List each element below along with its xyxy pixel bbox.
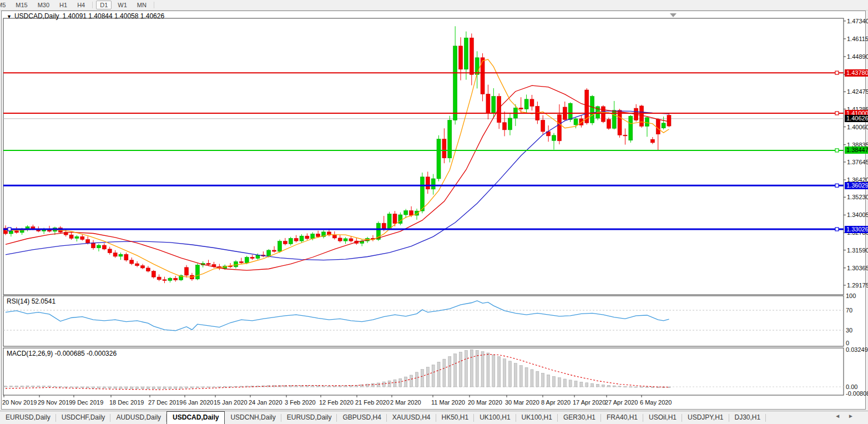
tab-scroll-arrows[interactable]: ◄► [835, 413, 861, 419]
candle [332, 235, 336, 238]
candle [119, 254, 123, 256]
candle [437, 139, 441, 179]
macd-histogram-bar [640, 387, 643, 387]
macd-histogram-bar [158, 387, 160, 389]
candle [97, 245, 100, 248]
macd-histogram-bar [92, 387, 95, 388]
macd-histogram-bar [136, 387, 139, 389]
candle [294, 238, 298, 241]
candle [524, 99, 528, 109]
candle [311, 234, 315, 239]
macd-histogram-bar [547, 375, 550, 387]
candle [486, 94, 490, 113]
macd-histogram-bar [224, 387, 226, 387]
macd-histogram-bar [465, 350, 467, 387]
macd-histogram-bar [426, 367, 429, 387]
macd-histogram-bar [218, 387, 221, 387]
macd-histogram-bar [21, 386, 23, 387]
macd-histogram-bar [410, 375, 413, 387]
macd-histogram-bar [514, 364, 517, 387]
macd-histogram-bar [26, 386, 29, 387]
macd-histogram-bar [519, 366, 522, 387]
macd-histogram-bar [196, 387, 199, 387]
candle [645, 118, 649, 127]
candle [113, 253, 117, 256]
macd-histogram-bar [53, 386, 56, 387]
macd-histogram-bar [119, 387, 122, 388]
candle [426, 177, 430, 189]
candle [108, 249, 112, 253]
candle [574, 119, 578, 125]
macd-histogram-bar [213, 387, 215, 387]
macd-histogram-bar [163, 387, 166, 389]
candle [410, 211, 413, 215]
candle [289, 238, 292, 244]
line-anchor-handle [835, 184, 839, 187]
candle [234, 261, 238, 266]
candle [591, 97, 594, 123]
candle [338, 238, 342, 241]
candle [448, 120, 452, 158]
macd-histogram-bar [574, 381, 577, 387]
tab-scroll-left-icon[interactable]: ◄ [835, 413, 848, 419]
macd-histogram-bar [399, 378, 402, 387]
candle [14, 231, 18, 233]
macd-histogram-bar [454, 354, 457, 387]
macd-histogram-bar [536, 371, 539, 387]
candle [453, 46, 457, 120]
macd-histogram-bar [448, 356, 451, 387]
macd-histogram-bar [366, 384, 369, 387]
macd-histogram-bar [432, 365, 435, 387]
macd-histogram-bar [125, 387, 128, 388]
macd-histogram-bar [97, 387, 100, 388]
candle [92, 243, 95, 248]
candle [387, 214, 391, 229]
candle [135, 264, 139, 266]
candle [601, 107, 605, 122]
rsi-pane-border [3, 296, 844, 346]
macd-histogram-bar [580, 382, 583, 387]
macd-histogram-bar [311, 386, 314, 387]
candle [130, 260, 134, 264]
macd-histogram-bar [437, 362, 440, 387]
candle [305, 236, 309, 239]
macd-histogram-bar [416, 372, 418, 387]
macd-histogram-bar [618, 386, 621, 387]
candle [278, 241, 282, 251]
macd-histogram-bar [317, 386, 320, 387]
candle [272, 250, 276, 251]
macd-histogram-bar [169, 387, 171, 388]
macd-histogram-bar [563, 379, 566, 387]
candle [607, 119, 610, 128]
candle [640, 106, 644, 127]
macd-histogram-bar [234, 386, 237, 387]
macd-histogram-bar [152, 387, 155, 389]
macd-histogram-bar [43, 386, 46, 387]
macd-histogram-bar [498, 357, 501, 387]
candle [239, 261, 243, 263]
candle [349, 239, 353, 241]
tab-scroll-right-icon[interactable]: ► [848, 413, 861, 419]
macd-histogram-bar [531, 370, 533, 387]
candle [492, 97, 496, 114]
macd-histogram-bar [322, 386, 325, 387]
macd-histogram-bar [185, 387, 188, 388]
candle [557, 115, 561, 141]
macd-histogram-bar [87, 387, 89, 388]
candle [541, 120, 545, 132]
macd-histogram-bar [130, 387, 133, 388]
candle [459, 46, 463, 69]
macd-histogram-bar [174, 387, 177, 388]
candle [503, 123, 507, 130]
candle [185, 267, 189, 275]
macd-histogram-bar [443, 359, 446, 387]
macd-histogram-bar [503, 359, 506, 387]
candle [662, 123, 665, 128]
candle [667, 115, 671, 126]
chart-canvas[interactable] [0, 0, 868, 424]
macd-histogram-bar [508, 361, 511, 387]
macd-histogram-bar [668, 387, 670, 387]
candle [497, 97, 501, 123]
candle [69, 235, 73, 238]
candle [568, 103, 572, 119]
